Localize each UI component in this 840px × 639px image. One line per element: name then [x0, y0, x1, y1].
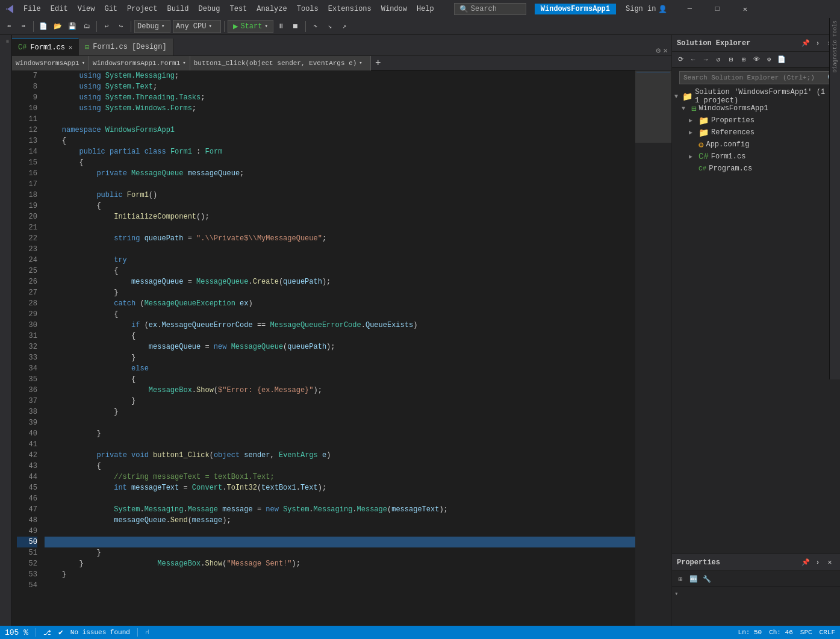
encoding-label[interactable]: SPC — [800, 629, 812, 636]
properties-pin-icon[interactable]: 📌 — [800, 557, 811, 568]
se-forward-btn[interactable]: → — [700, 54, 712, 66]
back-button[interactable]: ⬅ — [2, 20, 16, 33]
window-controls: — □ ✕ — [676, 0, 759, 18]
column-number[interactable]: Ch: 46 — [769, 629, 793, 636]
se-preview-btn[interactable]: 📄 — [776, 54, 788, 66]
code-line: } — [45, 407, 635, 417]
properties-arrow-icon[interactable]: › — [812, 557, 823, 568]
se-refresh-btn[interactable]: ↺ — [712, 54, 724, 66]
solution-icon: 📁 — [682, 92, 692, 102]
panel-arrow-icon[interactable]: › — [812, 38, 823, 49]
project-selector[interactable]: WindowsFormsApp1 ▾ — [12, 56, 89, 70]
properties-panel: Properties 📌 › ✕ ⊞ 🔤 🔧 ▾ — [672, 553, 840, 626]
menu-project[interactable]: Project — [123, 3, 161, 15]
appconfig-expand-icon — [689, 142, 696, 148]
properties-title: Properties — [677, 558, 720, 567]
line-ending-label[interactable]: CRLF — [820, 629, 835, 636]
se-view-btn[interactable]: 👁 — [750, 54, 762, 66]
properties-folder-icon: 📁 — [698, 116, 709, 126]
new-project-btn[interactable]: 📄 — [37, 20, 50, 33]
start-button[interactable]: ▶ Start ▾ — [228, 20, 273, 33]
menu-extensions[interactable]: Extensions — [324, 3, 376, 15]
solution-root[interactable]: ▼ 📁 Solution 'WindowsFormsApp1' (1 of 1 … — [672, 90, 840, 102]
menu-view[interactable]: View — [73, 3, 99, 15]
solution-explorer-header: Solution Explorer 📌 › ✕ — [672, 35, 840, 52]
solution-search-input[interactable]: Search Solution Explorer (Ctrl+;) 🔍 — [679, 71, 840, 84]
source-control-icon[interactable]: ⎇ — [43, 629, 51, 637]
app-name-badge: WindowsFormsApp1 — [535, 4, 616, 14]
menu-git[interactable]: Git — [100, 3, 122, 15]
tree-item-properties[interactable]: ▶ 📁 Properties — [672, 114, 840, 126]
git-icon[interactable]: ⑁ — [145, 629, 149, 636]
class-selector[interactable]: WindowsFormsApp1.Form1 ▾ — [89, 56, 190, 70]
tree-item-form1cs[interactable]: ▶ C# Form1.cs — [672, 151, 840, 163]
code-editor[interactable]: using System.Messaging; using System.Tex… — [42, 70, 635, 626]
right-panel: Solution Explorer 📌 › ✕ ⟳ ← → ↺ ⊟ ⊞ 👁 ⚙ … — [671, 35, 840, 626]
menu-analyze[interactable]: Analyze — [252, 3, 291, 15]
menu-help[interactable]: Help — [412, 3, 438, 15]
zoom-level[interactable]: 105 % — [5, 628, 28, 637]
panel-pin-icon[interactable]: 📌 — [800, 38, 811, 49]
method-selector[interactable]: button1_Click(object sender, EventArgs e… — [190, 56, 371, 70]
pause-btn[interactable]: ⏸ — [275, 20, 288, 33]
se-filter-btn[interactable]: ⚙ — [763, 54, 775, 66]
close-button[interactable]: ✕ — [731, 0, 759, 18]
platform-dropdown[interactable]: Any CPU ▾ — [173, 20, 221, 33]
menu-test[interactable]: Test — [226, 3, 252, 15]
se-properties-btn[interactable]: ⊞ — [738, 54, 750, 66]
issues-label[interactable]: No issues found — [70, 629, 130, 636]
code-line: else — [45, 363, 635, 374]
menu-window[interactable]: Window — [377, 3, 411, 15]
step-over-btn[interactable]: ↷ — [309, 20, 322, 33]
vtab-item[interactable]: ⊞ — [0, 35, 11, 48]
undo-btn[interactable]: ↩ — [100, 20, 113, 33]
save-btn[interactable]: 💾 — [66, 20, 79, 33]
properties-close-icon[interactable]: ✕ — [824, 557, 835, 568]
menu-tools[interactable]: Tools — [293, 3, 323, 15]
se-back-btn[interactable]: ← — [687, 54, 699, 66]
tab-form1-design[interactable]: ⊟ Form1.cs [Design] — [79, 39, 173, 55]
editor-section: C# Form1.cs ✕ ⊟ Form1.cs [Design] ⚙ ✕ Wi… — [12, 35, 671, 626]
code-line: using System.Threading.Tasks; — [45, 92, 635, 103]
prop-categorized-btn[interactable]: ⊞ — [674, 573, 686, 585]
step-into-btn[interactable]: ↘ — [323, 20, 337, 33]
se-collapse-btn[interactable]: ⊟ — [725, 54, 737, 66]
code-line: catch (MessageQueueException ex) — [45, 298, 635, 309]
code-line: } — [45, 396, 635, 407]
se-sync-btn[interactable]: ⟳ — [674, 54, 686, 66]
open-btn[interactable]: 📂 — [51, 20, 64, 33]
code-line — [45, 439, 635, 450]
tab-close-all-icon[interactable]: ✕ — [663, 46, 668, 55]
menu-file[interactable]: File — [19, 3, 45, 15]
tab-close-form1[interactable]: ✕ — [69, 44, 72, 51]
menu-debug[interactable]: Debug — [194, 3, 224, 15]
prop-alpha-btn[interactable]: 🔤 — [688, 573, 700, 585]
forward-button[interactable]: ➡ — [17, 20, 30, 33]
menu-edit[interactable]: Edit — [46, 3, 72, 15]
menu-build[interactable]: Build — [163, 3, 193, 15]
save-all-btn[interactable]: 🗂 — [80, 20, 93, 33]
line-number[interactable]: Ln: 50 — [738, 629, 762, 636]
debug-config-dropdown[interactable]: Debug ▾ — [134, 20, 170, 33]
minimize-button[interactable]: — — [676, 0, 703, 18]
tree-item-references[interactable]: ▶ 📁 References — [672, 126, 840, 139]
properties-content: ▾ — [672, 587, 840, 600]
new-file-btn[interactable]: + — [371, 56, 385, 70]
tree-item-programcs[interactable]: C# Program.cs — [672, 163, 840, 175]
code-line: } — [45, 287, 635, 298]
tree-item-appconfig[interactable]: ⚙ App.config — [672, 139, 840, 151]
signin-area[interactable]: Sign in 👤 — [626, 5, 667, 14]
appconfig-label: App.config — [706, 140, 749, 149]
search-box[interactable]: 🔍 Search — [454, 3, 526, 15]
step-out-btn[interactable]: ↗ — [338, 20, 351, 33]
prop-wrench-btn[interactable]: 🔧 — [701, 573, 713, 585]
tab-form1-cs[interactable]: C# Form1.cs ✕ — [12, 39, 79, 55]
stop-btn[interactable]: ⏹ — [289, 20, 302, 33]
code-line: { — [45, 374, 635, 385]
toolbar-separator-1 — [33, 21, 34, 32]
code-line: InitializeComponent(); — [45, 211, 635, 222]
code-line — [45, 114, 635, 125]
tab-settings-icon[interactable]: ⚙ — [656, 46, 661, 55]
redo-btn[interactable]: ↪ — [114, 20, 128, 33]
maximize-button[interactable]: □ — [703, 0, 731, 18]
